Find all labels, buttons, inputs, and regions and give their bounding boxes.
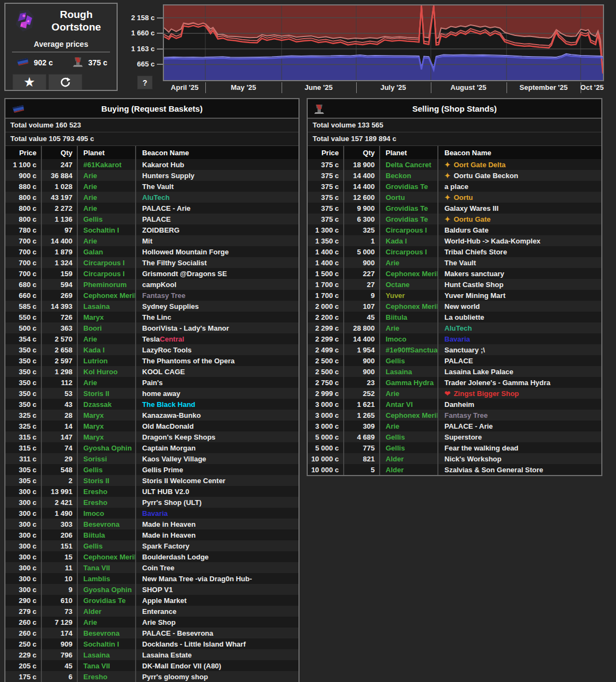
planet-cell: Arie [78,333,136,344]
table-row: 10 000 c5AlderSzalvias & Son General Sto… [308,464,601,475]
price-cell: 305 c [5,464,42,475]
planet-cell: Arie [78,181,136,192]
beacon-name: Hunt Castle Shop [444,281,503,289]
selling-total-volume: Total volume 133 565 [308,119,601,132]
price-cell: 205 c [5,660,42,671]
beacon-cell: The Vault [438,257,601,268]
y-axis-tick [157,17,163,19]
qty-cell: 53 [42,388,78,399]
price-cell: 680 c [5,279,42,290]
table-row: 2 500 c900GellisPALACE [308,355,601,366]
beacon-cell: The Phantoms of the Opera [136,355,298,366]
beacon-cell: ULT HUB V2.0 [136,486,298,497]
table-row: 1 100 c247#61KakarotKakarot Hub [5,159,298,170]
price-cell: 550 c [5,312,42,322]
price-cell: 700 c [5,257,42,268]
price-cell: 800 c [5,214,42,224]
beacon-name: a place [444,182,468,191]
beacon-name: Made in Heaven [142,531,196,539]
beacon-name: Made in Heaven [142,520,196,528]
beacon-name: PALACE [444,357,473,365]
qty-cell: 151 [42,540,78,551]
table-row: 2 499 c1 954#1e90ffSanctuarySanctuary ;\ [308,344,601,355]
x-axis-tick [431,82,431,93]
qty-cell: 1 028 [42,181,78,192]
beacon-name: Old MacDonald [142,422,194,430]
beacon-name: Pain's [142,379,163,387]
price-cell: 315 c [5,431,42,442]
table-row: 2 750 c23Gamma HydraTrader Jolene's - Ga… [308,377,601,388]
planet-cell: Alder [380,453,438,464]
price-cell: 3 000 c [308,399,344,410]
planet-cell: Eresho [78,486,136,497]
table-row: 350 c53Storis IIhome away [5,388,298,399]
beacon-name: The Vault [444,259,476,267]
help-button[interactable]: ? [137,76,153,89]
sparkle-icon: ✦ [444,161,450,169]
refresh-button[interactable] [48,74,82,90]
table-row: 1 400 c900ArieThe Vault [308,257,601,268]
column-header-beacon-name: Beacon Name [136,146,298,159]
beacon-cell: Hunters Supply [136,170,298,181]
planet-cell: Circarpous I [380,224,438,235]
beacon-cell: The Vault [136,181,298,192]
beacon-name: Galaxy Wares III [444,204,498,212]
beacon-name: Nick's Workshop [444,455,502,463]
planet-cell: Imoco [78,508,136,519]
table-row: 350 c1 298Kol HurooKOOL CAGE [5,366,298,377]
planet-cell: Eresho [78,671,136,682]
beacon-cell: Kanazawa-Bunko [136,410,298,421]
planet-cell: Cephonex Merika [380,301,438,312]
beacon-cell: campKool [136,279,298,290]
planet-cell: Dzassak [78,399,136,410]
planet-cell: Gellis [78,540,136,551]
price-cell: 325 c [5,421,42,431]
planet-cell: Arie [78,170,136,181]
shop-stand-icon-small [72,57,84,67]
beacon-name: Oortu Gate Beckon [454,172,518,180]
x-axis-month-label: July '25 [380,83,406,92]
beacon-cell: Hollowed Mountain Forge [136,246,298,257]
table-row: 700 c14 400ArieMit [5,235,298,246]
beacon-name: Bavaria [444,335,470,343]
table-row: 1 300 c325Circarpous IBaldurs Gate [308,224,601,235]
price-cell: 300 c [5,584,42,595]
beacon-name: LazyRoc Tools [142,346,192,354]
beacon-cell: Sydney Supplies [136,301,298,312]
divider [12,52,110,52]
price-cell: 1 700 c [308,279,344,290]
favorite-button[interactable]: ★ [13,74,46,90]
qty-cell: 10 [42,573,78,584]
price-cell: 1 100 c [5,159,42,170]
beacon-name: Pyrr's Shop (ULT) [142,498,202,507]
beacon-name: Spark Factory [142,542,190,550]
price-cell: 585 c [5,301,42,312]
qty-cell: 269 [42,290,78,301]
table-row: 2 000 c107Cephonex MerikaNew world [308,301,601,312]
refresh-icon [60,77,71,88]
beacon-cell: ✦Oortu Gate [438,214,601,224]
table-row: 2 299 c14 400ImocoBavaria [308,333,601,344]
qty-cell: 5 [344,464,380,475]
table-row: 375 c9 900Grovidias TeGalaxy Wares III [308,203,601,214]
beacon-cell: ZOIDBERG [136,224,298,235]
table-row: 550 c726MaryxThe Linc [5,312,298,322]
price-cell: 300 c [5,508,42,519]
buying-panel-title: Buying (Request Baskets) [101,104,203,113]
table-row: 300 c9Gyosha OphinSHOP V1 [5,584,298,595]
table-row: 3 000 c1 621Antar VIDanheim [308,399,601,410]
beacon-name: Enterance [142,607,176,616]
column-header-beacon-name: Beacon Name [438,146,601,159]
beacon-cell: Baldurs Gate [438,224,601,235]
beacon-prefix: Tesla [142,335,160,343]
beacon-name: Tribal Chiefs Store [444,248,507,256]
qty-cell: 610 [42,595,78,606]
beacon-name: Yuver Mining Mart [444,291,505,300]
beacon-cell: AluTech [136,192,298,203]
price-cell: 229 c [5,649,42,660]
beacon-cell: PALACE - Besevrona [136,628,298,638]
beacon-name: Kanazawa-Bunko [142,411,201,419]
beacon-name: Kaos Valley Village [142,455,206,463]
price-cell: 2 499 c [308,344,344,355]
price-cell: 1 400 c [308,246,344,257]
